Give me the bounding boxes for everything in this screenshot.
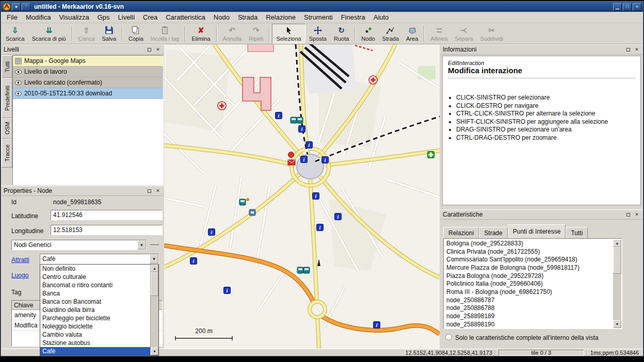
feature-item[interactable]: Piazza Bologna (node_295229728): [444, 272, 613, 280]
menu-strada[interactable]: Strada: [234, 12, 262, 22]
layers-tab-osm[interactable]: OSM: [2, 118, 12, 139]
menu-livelli[interactable]: Livelli: [114, 12, 139, 22]
toolbar-move-button[interactable]: Sposta: [305, 24, 330, 43]
toolbar-redo-button[interactable]: ↷Ripeti: [245, 24, 267, 43]
poi-info-icon[interactable]: [208, 229, 215, 236]
poi-pharmacy-icon[interactable]: [428, 152, 434, 158]
layers-tab-predefiniti[interactable]: Predefiniti: [2, 78, 12, 118]
menu-file[interactable]: File: [3, 12, 22, 22]
float-button[interactable]: [146, 187, 153, 194]
feature-item[interactable]: Policlinico Italia (node_259660406): [444, 279, 613, 288]
toolbar-detach-button[interactable]: Separa: [451, 24, 476, 43]
longitude-field[interactable]: 12.518153: [51, 225, 163, 235]
float-button[interactable]: [624, 46, 632, 53]
option-bancomat[interactable]: Bancomat o ritiro contanti: [40, 281, 150, 289]
menu-gps[interactable]: Gps: [93, 12, 114, 22]
feature-item[interactable]: Bologna (node_295228833): [444, 239, 613, 248]
scroll-up-icon[interactable]: ▲: [613, 239, 621, 247]
layers-tab-tracce[interactable]: Tracce: [2, 139, 12, 168]
poi-metro-icon[interactable]: [288, 152, 294, 158]
map-view[interactable]: i: [164, 44, 440, 349]
layer-visibility-icon[interactable]: [15, 90, 22, 97]
tab-relazioni[interactable]: Relazioni: [443, 227, 479, 238]
menu-aiuto[interactable]: Aiuto: [369, 12, 393, 22]
layer-visibility-icon[interactable]: [15, 79, 22, 86]
toolbar-download-button[interactable]: ⇩Scarica: [2, 24, 28, 43]
luogo-link[interactable]: Luogo: [11, 272, 28, 279]
layer-visibility-icon[interactable]: [15, 69, 22, 75]
poi-info-icon[interactable]: [276, 112, 282, 119]
latitude-field[interactable]: 41.912546: [51, 210, 163, 220]
menu-nodo[interactable]: Nodo: [210, 12, 234, 22]
close-button[interactable]: ×: [633, 3, 641, 11]
tab-tutti[interactable]: Tutti: [566, 227, 588, 238]
feature-item[interactable]: Mercure Piazza de Bolongna (node_5998181…: [444, 264, 613, 272]
scroll-up-icon[interactable]: ▲: [151, 265, 158, 272]
poi-info-icon[interactable]: [301, 156, 308, 163]
poi-hospital-icon[interactable]: [369, 76, 377, 84]
option-noleggio-bici[interactable]: Noleggio biciclette: [40, 322, 150, 331]
toolbar-delete-button[interactable]: ✘Elimina: [188, 24, 214, 43]
scrollbar-thumb[interactable]: [613, 247, 621, 274]
menu-finestra[interactable]: Finestra: [337, 12, 369, 22]
menu-relazione[interactable]: Relazione: [262, 12, 300, 22]
close-panel-button[interactable]: ✕: [154, 46, 162, 53]
poi-bus-icon[interactable]: [239, 199, 246, 205]
feature-item[interactable]: node_250886788: [444, 304, 613, 312]
poi-bus-icon[interactable]: [297, 267, 303, 273]
feature-item[interactable]: node_250886787: [444, 296, 613, 304]
option-banca-bancomat[interactable]: Banca con Bancomat: [40, 298, 150, 306]
chevron-down-icon[interactable]: ▼: [137, 240, 146, 250]
layer-row-uploaded[interactable]: Livello caricato (confermato): [13, 77, 163, 88]
poi-bus-icon[interactable]: [291, 117, 297, 123]
toolbar-download-more-button[interactable]: ⇊Scarica di più: [28, 24, 70, 43]
window-menu-button[interactable]: ●: [12, 3, 21, 11]
amenity-combobox[interactable]: Cafè ▼: [40, 254, 159, 264]
option-giardino-birra[interactable]: Giardino della birra: [40, 306, 150, 314]
poi-info-icon[interactable]: [224, 287, 231, 294]
poi-info-icon[interactable]: [335, 213, 342, 220]
chevron-down-icon[interactable]: ▼: [150, 254, 158, 264]
feature-item[interactable]: Clinica Privata (node_261722555): [444, 248, 613, 256]
shade-button[interactable]: ˆ: [22, 3, 30, 11]
feature-item[interactable]: node_258898189: [444, 312, 613, 320]
toolbar-undo-button[interactable]: ↶Annulla: [219, 24, 246, 43]
menu-caratteristica[interactable]: Caratteristica: [162, 12, 210, 22]
features-scrollbar[interactable]: ▲ ▼: [613, 239, 621, 328]
poi-info-icon[interactable]: [322, 157, 329, 163]
toolbar-select-button[interactable]: Seleziona: [272, 24, 305, 43]
maximize-button[interactable]: □: [623, 3, 632, 11]
feature-item[interactable]: Commissariato Sant'Ippolito (node_259659…: [444, 255, 613, 264]
amenity-link[interactable]: Attratti: [11, 256, 29, 264]
option-stazione-autobus[interactable]: Stazione autobus: [40, 339, 150, 347]
layer-row-working[interactable]: Livello di lavoro: [13, 67, 163, 77]
complete-features-checkbox[interactable]: [445, 334, 452, 340]
menu-crea[interactable]: Crea: [139, 12, 162, 22]
option-cambio-valuta[interactable]: Cambio valuta: [40, 331, 150, 339]
poi-bus-icon[interactable]: [303, 267, 310, 273]
toolbar-area-button[interactable]: Area: [403, 24, 422, 43]
feature-item[interactable]: Roma III - Bologna (node_698621750): [444, 288, 613, 296]
splitter-handle[interactable]: [150, 244, 159, 245]
option-non-definito[interactable]: Non definito: [40, 265, 150, 273]
feature-item[interactable]: node_258898190: [444, 320, 613, 328]
layer-row-download[interactable]: 2010-05-15T21:50:33 download: [13, 88, 163, 99]
poi-info-icon[interactable]: [190, 258, 197, 265]
poi-info-icon[interactable]: [317, 224, 324, 231]
toolbar-node-button[interactable]: Nodo: [358, 24, 378, 43]
menu-visualizza[interactable]: Visualizza: [55, 12, 93, 22]
poi-info-icon[interactable]: [306, 142, 313, 149]
menu-strumenti[interactable]: Strumenti: [300, 12, 337, 22]
dropdown-scrollbar[interactable]: ▲ ▼: [150, 265, 158, 355]
poi-info-icon[interactable]: [299, 126, 305, 133]
option-cafe[interactable]: Cafè: [40, 347, 150, 355]
close-panel-button[interactable]: ✕: [154, 187, 162, 194]
float-button[interactable]: [146, 46, 153, 53]
tag-key-header[interactable]: Chiave: [12, 301, 44, 309]
minimize-button[interactable]: ▁: [613, 3, 622, 11]
option-centro-culturale[interactable]: Centro culturale: [40, 273, 150, 281]
layers-tab-tutti[interactable]: Tutti: [2, 55, 12, 78]
option-parcheggio-bici[interactable]: Parcheggio per biciclette: [40, 314, 150, 322]
toolbar-copy-button[interactable]: Copia: [125, 24, 147, 43]
tab-strade[interactable]: Strade: [479, 227, 507, 238]
